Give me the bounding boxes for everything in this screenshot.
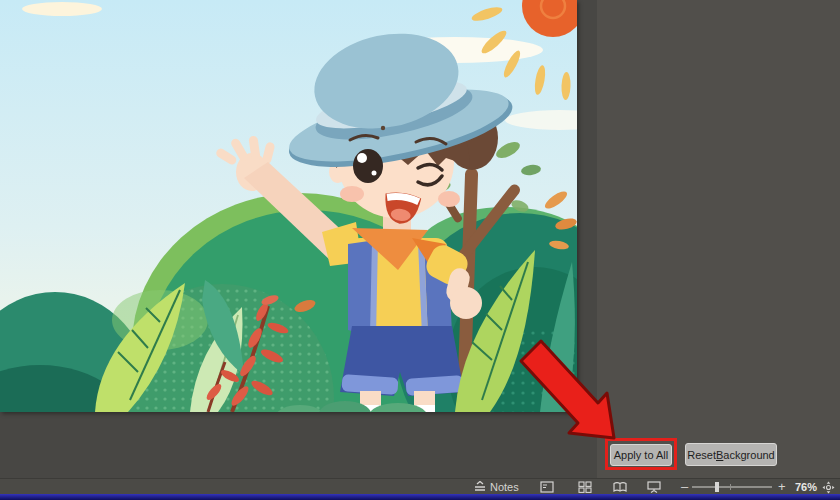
zoom-slider-midpoint (730, 484, 731, 490)
notes-icon[interactable] (473, 481, 487, 493)
zoom-slider[interactable] (692, 486, 772, 488)
notes-button[interactable]: Notes (490, 481, 519, 493)
slide-sorter-icon[interactable] (578, 481, 592, 493)
zoom-out-button[interactable]: – (681, 479, 688, 494)
slide-canvas[interactable] (0, 0, 577, 412)
zoom-level[interactable]: 76% (795, 481, 817, 493)
normal-view-icon[interactable] (540, 481, 554, 493)
application-window: Solid fill Gradient fill Picture or text… (0, 0, 840, 500)
zoom-in-button[interactable]: + (778, 479, 786, 494)
slide-illustration (0, 0, 577, 412)
status-bar: Notes – + 76% (0, 478, 840, 494)
slide-show-icon[interactable] (647, 481, 661, 493)
reading-view-icon[interactable] (613, 481, 627, 493)
reset-background-button[interactable]: Reset Background (685, 443, 777, 466)
format-background-panel: Solid fill Gradient fill Picture or text… (597, 0, 840, 478)
zoom-slider-handle[interactable] (715, 482, 719, 492)
fit-to-window-icon[interactable] (822, 481, 835, 494)
red-highlight-box (605, 438, 677, 470)
taskbar-edge (0, 494, 840, 500)
